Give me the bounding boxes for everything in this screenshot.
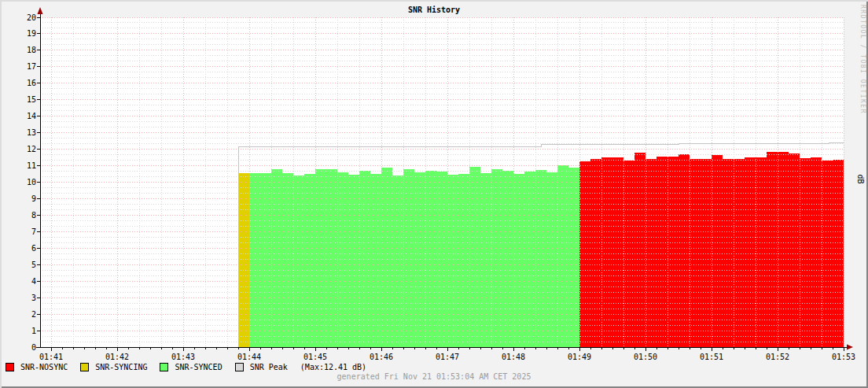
legend-swatch-peak (235, 363, 244, 371)
svg-text:15: 15 (27, 95, 36, 104)
legend-item-syncing: SNR-SYNCING (80, 363, 147, 371)
rrdtool-watermark: RRDTOOL / TOBI OETIKER (859, 5, 866, 114)
legend-swatch-syncing (80, 363, 89, 371)
svg-text:20: 20 (27, 13, 36, 22)
svg-text:01:46: 01:46 (370, 353, 393, 361)
svg-text:01:50: 01:50 (634, 353, 657, 361)
svg-text:01:52: 01:52 (766, 353, 789, 361)
x-axis-labels: 01:4101:4201:4301:4401:4501:4601:4701:48… (39, 353, 855, 361)
svg-text:17: 17 (27, 62, 36, 71)
svg-text:19: 19 (27, 29, 36, 38)
legend-swatch-nosync (6, 363, 14, 371)
svg-text:12: 12 (27, 145, 36, 153)
svg-text:18: 18 (27, 46, 36, 54)
legend-item-synced: SNR-SYNCED (160, 363, 222, 371)
legend-swatch-synced (160, 363, 168, 371)
svg-text:01:47: 01:47 (436, 353, 459, 361)
legend-label-syncing: SNR-SYNCING (95, 363, 147, 371)
legend-label-peak: SNR Peak (250, 363, 288, 371)
svg-text:01:41: 01:41 (39, 353, 63, 361)
generated-timestamp: generated Fri Nov 21 01:53:04 AM CET 202… (0, 372, 868, 381)
legend-label-synced: SNR-SYNCED (175, 363, 222, 371)
svg-text:4: 4 (31, 277, 36, 286)
svg-text:01:49: 01:49 (568, 353, 591, 361)
svg-text:01:44: 01:44 (237, 353, 261, 361)
svg-text:01:45: 01:45 (303, 353, 327, 361)
legend: SNR-NOSYNC SNR-SYNCING SNR-SYNCED SNR Pe… (6, 362, 366, 372)
svg-text:7: 7 (31, 227, 36, 236)
chart-canvas: 0123456789101112131415161718192001:4101:… (0, 0, 868, 362)
svg-text:6: 6 (31, 244, 36, 253)
legend-max-label: (Max:12.41 dB) (300, 363, 366, 371)
svg-text:2: 2 (31, 310, 36, 319)
svg-text:5: 5 (31, 261, 36, 269)
svg-text:10: 10 (27, 178, 36, 187)
svg-text:3: 3 (31, 294, 36, 302)
bars-layer (238, 152, 844, 347)
svg-text:14: 14 (27, 112, 36, 120)
svg-text:01:53: 01:53 (832, 353, 855, 361)
legend-item-nosync: SNR-NOSYNC (6, 363, 68, 371)
svg-text:01:48: 01:48 (502, 353, 525, 361)
legend-label-nosync: SNR-NOSYNC (20, 363, 68, 371)
right-axis-unit-label: dB (855, 174, 864, 183)
y-axis-labels: 01234567891011121314151617181920 (27, 13, 36, 352)
svg-text:16: 16 (27, 79, 36, 87)
svg-text:01:42: 01:42 (105, 353, 129, 361)
svg-text:13: 13 (27, 128, 36, 137)
svg-text:01:43: 01:43 (171, 353, 195, 361)
svg-text:01:51: 01:51 (700, 353, 723, 361)
svg-text:8: 8 (31, 211, 36, 220)
svg-text:1: 1 (31, 327, 36, 335)
rrd-graph: SNR History 0123456789101112131415161718… (0, 0, 868, 388)
svg-text:9: 9 (31, 194, 36, 203)
svg-text:0: 0 (31, 343, 36, 352)
legend-item-peak: SNR Peak (235, 363, 288, 371)
svg-text:11: 11 (27, 161, 36, 170)
